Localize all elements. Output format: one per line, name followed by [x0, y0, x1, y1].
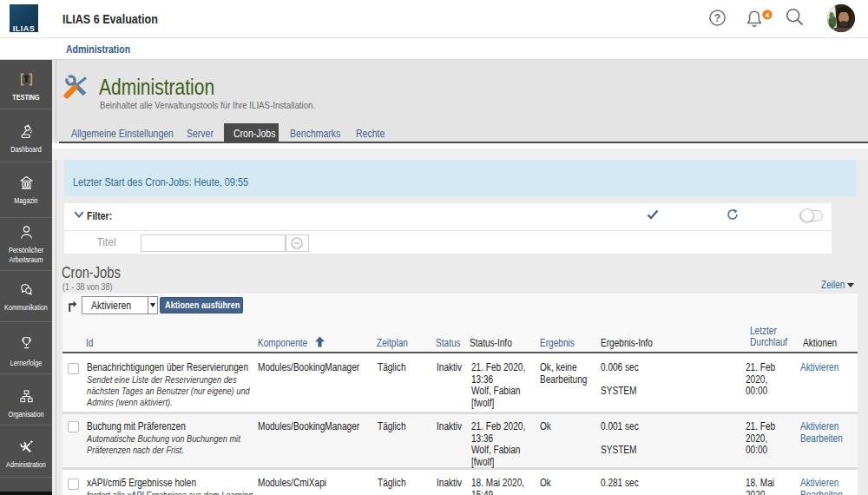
svg-text:?: ? — [714, 12, 720, 24]
svg-text:4: 4 — [766, 11, 770, 19]
